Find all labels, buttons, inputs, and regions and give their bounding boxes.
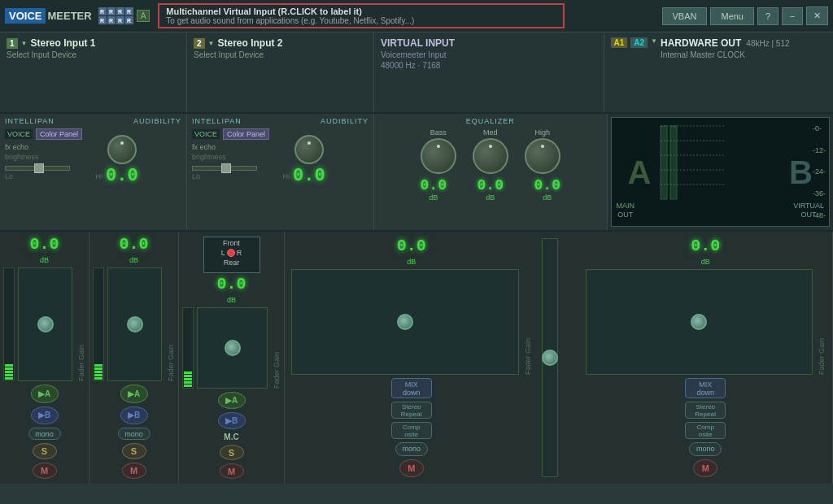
ch1-btn-b[interactable]: ▶B <box>31 406 59 425</box>
ch2-fader[interactable] <box>107 267 162 381</box>
r-cell: R <box>116 16 124 24</box>
eq-db-row: 0.0 dB 0.0 dB 0.0 dB <box>381 177 600 202</box>
ch2-btn-s[interactable]: S <box>122 443 146 459</box>
hw1-mono[interactable]: mono <box>395 442 428 456</box>
lo-hi2: Lo Hi <box>192 172 290 180</box>
lo-hi1: Lo Hi <box>5 172 102 180</box>
ch2-btn-m[interactable]: M <box>122 463 146 479</box>
hw1-fader-handle[interactable] <box>397 314 413 330</box>
hw1-fader[interactable] <box>291 269 519 375</box>
virtual-input-sub1: Voicemeeter Input <box>381 50 597 59</box>
r-cell: R <box>107 7 116 15</box>
hw3-stereo-repeat[interactable]: StereoRepeat <box>685 402 726 419</box>
ch2-fader-handle[interactable] <box>127 316 143 332</box>
color-panel1-button[interactable]: Color Panel <box>36 128 82 140</box>
hw3-btn-m[interactable]: M <box>693 459 717 477</box>
hw1-mix-down[interactable]: MIXdown <box>391 378 432 398</box>
vp-r-label: R <box>237 249 242 257</box>
ch1-btn-mono[interactable]: mono <box>28 428 61 440</box>
knob2-dot <box>307 141 311 145</box>
eq-high-val: 0.0 <box>527 177 568 193</box>
intelli1-header: INTELLIPAN AUDIBILITY <box>5 117 181 125</box>
brightness1-label: brightness <box>5 153 102 161</box>
ch1-fader[interactable] <box>18 267 72 381</box>
audibility1-knob[interactable] <box>107 135 137 164</box>
ch3-fader[interactable] <box>197 307 268 389</box>
menu-button[interactable]: Menu <box>710 7 754 25</box>
logo-meeter: MEETER <box>47 10 91 22</box>
vp-lr-row: L R <box>221 249 242 257</box>
hw3-fader-container: Fader Gain <box>586 269 826 375</box>
minimize-button[interactable]: − <box>782 7 803 25</box>
eq-bass-val: 0.0 <box>413 177 454 193</box>
channel-virtual: Front L R Rear 0.0 dB Fader Gain ▶A <box>179 232 285 484</box>
eq-high-knob[interactable] <box>525 138 560 174</box>
hw2-fader[interactable] <box>542 238 558 477</box>
hw2-fader-handle[interactable] <box>542 350 558 366</box>
input1-arrow[interactable]: ▼ <box>21 40 28 47</box>
eq-high-label: High <box>534 128 550 137</box>
intelli2-slider[interactable] <box>192 166 257 171</box>
inputs-row: 1 ▼ Stereo Input 1 Select Input Device 2… <box>0 33 833 114</box>
input1-section: 1 ▼ Stereo Input 1 Select Input Device <box>0 33 187 112</box>
svg-rect-1 <box>670 126 677 199</box>
help-button[interactable]: ? <box>757 7 778 25</box>
hw3-mix-down[interactable]: MIXdown <box>685 378 726 398</box>
vban-button[interactable]: VBAN <box>662 7 708 25</box>
ch3-fader-handle[interactable] <box>225 340 241 356</box>
intelli2-header: INTELLIPAN AUDIBILITY <box>192 117 369 125</box>
input2-arrow[interactable]: ▼ <box>208 40 215 47</box>
virtual-input-sub2: 48000 Hz · 7168 <box>381 61 597 70</box>
intelli1-slider-thumb[interactable] <box>34 163 44 173</box>
input2-title: Stereo Input 2 <box>217 37 282 49</box>
hw-arrow[interactable]: ▼ <box>651 37 657 45</box>
hw3-mono[interactable]: mono <box>689 442 722 456</box>
channel2: 0.0 dB Fader Gain ▶A ▶B mono S M <box>89 232 179 484</box>
vp-l-label: L <box>221 249 225 257</box>
intelli2-left: VOICE Color Panel fx echo brightness Lo … <box>192 128 290 227</box>
r-grid: R R R R R R R R <box>98 7 133 24</box>
hw-badge-a2[interactable]: A2 <box>630 37 648 48</box>
eq-med-label: Med <box>483 128 498 137</box>
hw-channel2-fader <box>539 235 579 480</box>
eq-label: EQUALIZER <box>381 117 600 125</box>
ch1-btn-s[interactable]: S <box>33 443 57 459</box>
close-button[interactable]: ✕ <box>806 7 828 25</box>
ch1-btn-a[interactable]: ▶A <box>31 385 59 403</box>
ch2-fader-container: Fader Gain <box>93 267 175 381</box>
intelli1-left: VOICE Color Panel fx echo brightness Lo … <box>5 128 102 227</box>
input1-title: Stereo Input 1 <box>30 37 95 49</box>
hw1-composite[interactable]: Composite <box>391 422 432 439</box>
eq-bass-knob[interactable] <box>421 138 456 174</box>
intelli2-slider-thumb[interactable] <box>221 163 231 173</box>
ch3-fader-container: Fader Gain <box>182 307 281 389</box>
hw-badge-a1[interactable]: A1 <box>611 37 628 48</box>
hw1-btn-m[interactable]: M <box>399 459 424 477</box>
hw3-fader[interactable] <box>586 269 813 375</box>
ch1-fader-handle[interactable] <box>37 316 54 332</box>
channel1: 0.0 dB Fader Gain ▶A ▶B mono S M <box>0 232 89 484</box>
input1-subtitle[interactable]: Select Input Device <box>7 50 180 59</box>
ch1-btn-m[interactable]: M <box>33 463 57 479</box>
ch3-btn-a[interactable]: ▶A <box>218 392 246 409</box>
hw3-composite[interactable]: Composite <box>685 422 726 439</box>
input2-subtitle[interactable]: Select Input Device <box>194 50 367 59</box>
intelli1-slider[interactable] <box>5 166 70 171</box>
notification-box[interactable]: Multichannel Virtual Input (R.CLICK to l… <box>158 3 565 28</box>
ch2-btn-a[interactable]: ▶A <box>120 385 148 403</box>
hw3-fader-handle[interactable] <box>691 314 707 330</box>
color-panel2-button[interactable]: Color Panel <box>223 128 269 140</box>
ch3-btn-s[interactable]: S <box>220 445 244 460</box>
input2-header: 2 ▼ Stereo Input 2 <box>194 37 367 49</box>
bass-knob-dot <box>437 145 440 148</box>
intellipan2: INTELLIPAN AUDIBILITY VOICE Color Panel … <box>187 114 374 230</box>
hw1-stereo-repeat[interactable]: StereoRepeat <box>391 402 432 419</box>
ch3-btn-m[interactable]: M <box>220 463 244 479</box>
ch3-db-label: dB <box>227 296 236 304</box>
ch2-btn-mono[interactable]: mono <box>118 428 150 440</box>
audibility2-knob[interactable] <box>294 135 324 164</box>
eq-med-knob[interactable] <box>473 138 508 174</box>
eq-bass-label: Bass <box>430 128 447 137</box>
ch2-btn-b[interactable]: ▶B <box>120 406 148 425</box>
ch3-btn-b[interactable]: ▶B <box>218 412 246 429</box>
